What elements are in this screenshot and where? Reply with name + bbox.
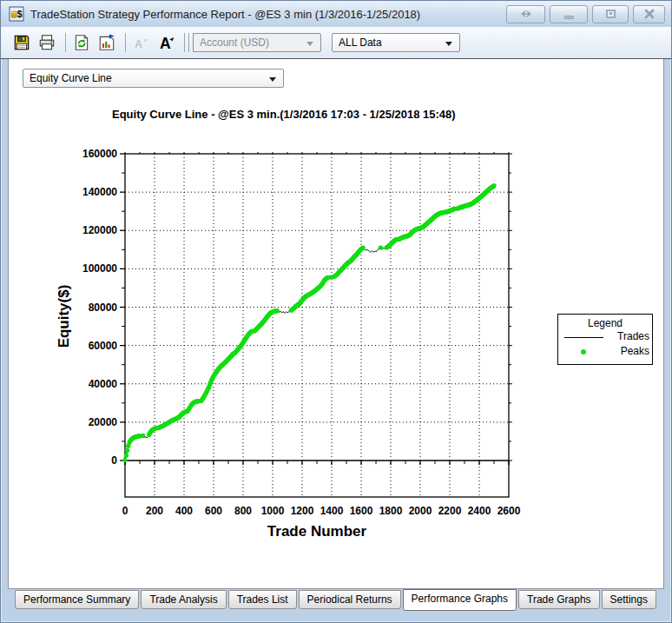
- font-increase-icon[interactable]: A: [157, 33, 176, 52]
- svg-text:600: 600: [205, 505, 222, 517]
- svg-text:2200: 2200: [438, 505, 462, 517]
- svg-text:800: 800: [234, 505, 252, 517]
- account-dropdown-value: Account (USD): [200, 36, 269, 49]
- toolbar-separator: [65, 33, 66, 52]
- svg-text:2000: 2000: [409, 505, 432, 517]
- report-tabbar: Performance SummaryTrade AnalysisTrades …: [8, 590, 664, 612]
- x-axis-label: Trade Number: [267, 523, 366, 540]
- chart-legend: Legend Trades Peaks: [557, 314, 653, 365]
- close-button[interactable]: [633, 5, 665, 23]
- maximize-button[interactable]: [592, 5, 629, 23]
- chevron-down-icon: [269, 77, 276, 82]
- legend-row-trades: Trades: [558, 329, 652, 344]
- svg-text:100000: 100000: [82, 262, 117, 275]
- svg-text:200: 200: [146, 505, 163, 517]
- tab-performance-summary[interactable]: Performance Summary: [15, 590, 139, 609]
- svg-text:1400: 1400: [320, 505, 344, 517]
- chevron-down-icon: [306, 42, 313, 46]
- peaks-dot-swatch: [581, 349, 586, 355]
- svg-text:60000: 60000: [89, 340, 118, 352]
- report-export-icon[interactable]: [97, 33, 116, 52]
- svg-text:A: A: [160, 35, 171, 52]
- legend-label-trades: Trades: [617, 330, 649, 342]
- toolbar-separator: [125, 33, 126, 52]
- tab-performance-graphs[interactable]: Performance Graphs: [403, 589, 517, 611]
- svg-text:$: $: [17, 9, 23, 19]
- svg-text:40000: 40000: [89, 378, 118, 390]
- toolbar-separator: [184, 33, 185, 52]
- toolbar-separator: [188, 33, 189, 52]
- maximize-icon: [606, 10, 616, 18]
- tradestation-performance-report-window: $ TradeStation Strategy Performance Repo…: [0, 0, 672, 623]
- graph-type-dropdown[interactable]: Equity Curve Line: [23, 69, 284, 88]
- data-range-dropdown[interactable]: ALL Data: [332, 33, 460, 52]
- data-range-dropdown-value: ALL Data: [339, 36, 382, 49]
- toolbar: A A Account (USD) ALL Data: [1, 27, 671, 59]
- svg-text:120000: 120000: [82, 224, 117, 236]
- performance-graphs-panel: 0200400600800100012001400160018002000220…: [8, 59, 664, 589]
- svg-text:2400: 2400: [468, 505, 491, 517]
- svg-text:1000: 1000: [261, 505, 285, 517]
- minimize-icon: [564, 16, 574, 19]
- chart-title: Equity Curve Line - @ES 3 min.(1/3/2016 …: [112, 108, 456, 121]
- minimize-button[interactable]: [550, 5, 588, 23]
- account-dropdown[interactable]: Account (USD): [193, 33, 321, 52]
- svg-text:1600: 1600: [350, 505, 373, 517]
- tab-trade-analysis[interactable]: Trade Analysis: [141, 590, 226, 609]
- resize-icon: [518, 10, 534, 18]
- font-decrease-icon[interactable]: A: [132, 33, 151, 52]
- tradestation-app-icon: $: [9, 6, 24, 22]
- save-icon[interactable]: [12, 33, 31, 52]
- y-axis-label: Equity($): [56, 285, 73, 348]
- graph-type-dropdown-value: Equity Curve Line: [30, 72, 112, 84]
- legend-row-peaks: Peaks: [558, 344, 652, 359]
- svg-text:1800: 1800: [379, 505, 403, 517]
- svg-text:A: A: [135, 38, 142, 50]
- tab-periodical-returns[interactable]: Periodical Returns: [299, 590, 401, 609]
- print-icon[interactable]: [37, 33, 56, 52]
- svg-text:2600: 2600: [497, 505, 521, 517]
- close-icon: [644, 9, 655, 19]
- legend-label-peaks: Peaks: [621, 345, 649, 357]
- svg-text:0: 0: [111, 454, 117, 467]
- tab-settings[interactable]: Settings: [602, 590, 656, 609]
- refresh-icon[interactable]: [72, 33, 91, 52]
- titlebar: $ TradeStation Strategy Performance Repo…: [1, 1, 671, 27]
- trades-line-swatch: [564, 337, 603, 338]
- svg-text:140000: 140000: [82, 186, 117, 198]
- tab-trades-list[interactable]: Trades List: [228, 590, 297, 609]
- legend-title: Legend: [558, 317, 652, 329]
- window-title: TradeStation Strategy Performance Report…: [30, 8, 506, 21]
- svg-text:20000: 20000: [89, 416, 118, 428]
- svg-text:0: 0: [122, 505, 128, 517]
- tab-trade-graphs[interactable]: Trade Graphs: [518, 590, 600, 609]
- svg-text:400: 400: [175, 505, 193, 517]
- svg-text:80000: 80000: [89, 302, 118, 314]
- chevron-down-icon: [445, 42, 452, 46]
- restore-size-button[interactable]: [506, 5, 545, 23]
- svg-text:160000: 160000: [82, 148, 117, 160]
- window-controls: [506, 5, 665, 23]
- svg-text:1200: 1200: [291, 505, 314, 517]
